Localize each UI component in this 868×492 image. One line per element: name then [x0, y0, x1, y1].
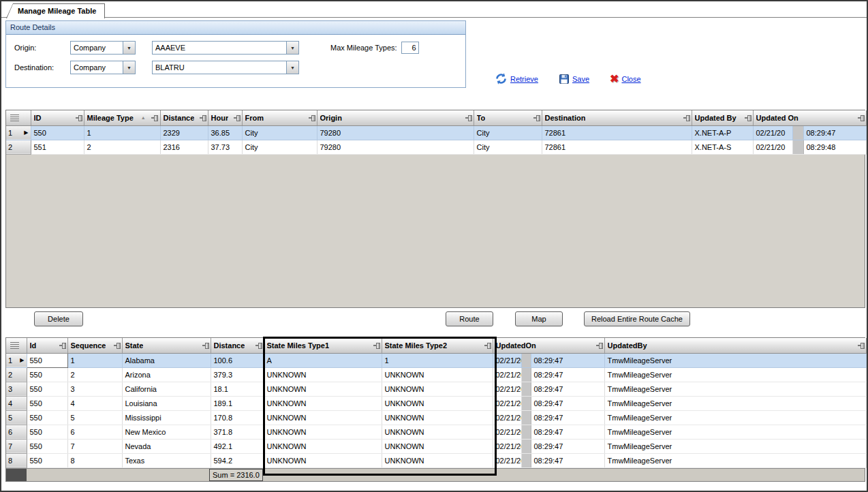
- delete-button[interactable]: Delete: [34, 311, 83, 326]
- chevron-down-icon[interactable]: ▼: [286, 61, 298, 74]
- column-header-state-miles-type1[interactable]: State Miles Type1: [264, 338, 382, 353]
- cell-updated-by[interactable]: TmwMileageServer: [604, 453, 866, 467]
- cell-id[interactable]: 550: [27, 353, 67, 367]
- cell-from[interactable]: City: [242, 125, 317, 140]
- cell-id[interactable]: 550: [27, 439, 67, 453]
- column-header-origin[interactable]: Origin: [317, 110, 474, 125]
- column-header-hour[interactable]: Hour: [208, 110, 242, 125]
- pin-icon[interactable]: [683, 114, 690, 121]
- cell-state-miles-type1[interactable]: A: [264, 353, 382, 367]
- max-mileage-input[interactable]: [401, 42, 419, 54]
- cell-sequence[interactable]: 8: [67, 453, 122, 467]
- row-selector[interactable]: 8: [6, 453, 27, 467]
- cell-sequence[interactable]: 6: [67, 425, 122, 439]
- select-all-corner[interactable]: [6, 110, 31, 125]
- pin-icon[interactable]: [200, 114, 206, 121]
- row-selector[interactable]: 3: [6, 382, 27, 396]
- pin-icon[interactable]: [745, 114, 751, 121]
- cell-updated-date[interactable]: 02/21/20: [493, 410, 521, 425]
- column-header-updated-on[interactable]: Updated On: [753, 110, 866, 125]
- cell-sequence[interactable]: 1: [67, 353, 122, 367]
- cell-state-miles-type1[interactable]: UNKNOWN: [264, 453, 382, 467]
- cell-updated-by[interactable]: X.NET-A-P: [692, 125, 753, 140]
- pin-icon[interactable]: [596, 342, 603, 349]
- cell-id[interactable]: 550: [31, 125, 84, 140]
- column-header-state-miles-type2[interactable]: State Miles Type2: [382, 338, 493, 353]
- cell-id[interactable]: 550: [27, 410, 67, 425]
- chevron-down-icon[interactable]: ▼: [123, 42, 135, 54]
- cell-sequence[interactable]: 4: [67, 396, 122, 410]
- cell-to[interactable]: City: [474, 125, 542, 140]
- pin-icon[interactable]: [202, 342, 209, 349]
- pin-icon[interactable]: [858, 342, 865, 349]
- cell-updated-time[interactable]: 08:29:47: [803, 125, 866, 140]
- select-all-corner[interactable]: [6, 338, 27, 353]
- cell-updated-time[interactable]: 08:29:47: [531, 382, 604, 396]
- chevron-down-icon[interactable]: ▼: [123, 61, 135, 74]
- cell-distance[interactable]: 594.2: [211, 453, 264, 467]
- cell-id[interactable]: 550: [27, 425, 67, 439]
- cell-state-miles-type2[interactable]: UNKNOWN: [382, 453, 493, 467]
- cell-hour[interactable]: 36.85: [208, 125, 242, 140]
- column-header-updated-by[interactable]: Updated By: [692, 110, 753, 125]
- cell-state[interactable]: Mississippi: [122, 410, 211, 425]
- origin-type-combo[interactable]: Company ▼: [70, 41, 136, 55]
- cell-id[interactable]: 551: [31, 140, 84, 154]
- cell-updated-time[interactable]: 08:29:47: [531, 396, 604, 410]
- cell-updated-time[interactable]: 08:29:47: [531, 425, 604, 439]
- cell-state[interactable]: New Mexico: [122, 425, 211, 439]
- destination-type-combo[interactable]: Company ▼: [70, 61, 136, 74]
- cell-distance[interactable]: 371.8: [211, 425, 264, 439]
- cell-sequence[interactable]: 2: [67, 367, 122, 382]
- pin-icon[interactable]: [373, 342, 380, 349]
- cell-to[interactable]: City: [474, 140, 542, 154]
- column-header-mileage-type[interactable]: Mileage Type▲: [84, 110, 160, 125]
- cell-state[interactable]: Alabama: [122, 353, 211, 367]
- save-link[interactable]: Save: [559, 74, 589, 84]
- cell-distance[interactable]: 2329: [160, 125, 208, 140]
- cell-updated-date[interactable]: 02/21/20: [753, 140, 792, 154]
- cell-updated-date[interactable]: 02/21/20: [493, 453, 521, 467]
- tab-manage-mileage-table[interactable]: Manage Mileage Table: [6, 3, 105, 18]
- cell-id[interactable]: 550: [27, 367, 67, 382]
- cell-state-miles-type1[interactable]: UNKNOWN: [264, 410, 382, 425]
- pin-icon[interactable]: [59, 342, 66, 349]
- map-button[interactable]: Map: [515, 311, 563, 326]
- cell-updated-date[interactable]: 02/21/20: [493, 367, 521, 382]
- cell-origin[interactable]: 79280: [317, 140, 474, 154]
- cell-updated-date[interactable]: 02/21/20: [493, 382, 521, 396]
- pin-icon[interactable]: [858, 114, 865, 121]
- row-selector[interactable]: 1▶: [6, 125, 31, 140]
- cell-sequence[interactable]: 5: [67, 410, 122, 425]
- cell-state-miles-type2[interactable]: UNKNOWN: [382, 367, 493, 382]
- cell-distance[interactable]: 492.1: [211, 439, 264, 453]
- column-header-updated-by[interactable]: UpdatedBy: [604, 338, 866, 353]
- cell-state-miles-type2[interactable]: UNKNOWN: [382, 425, 493, 439]
- column-header-id[interactable]: ID: [31, 110, 84, 125]
- cell-updated-by[interactable]: TmwMileageServer: [604, 367, 866, 382]
- cell-distance[interactable]: 379.3: [211, 367, 264, 382]
- cell-updated-date[interactable]: 02/21/20: [753, 125, 792, 140]
- cell-destination[interactable]: 72861: [542, 140, 692, 154]
- pin-icon[interactable]: [465, 114, 472, 121]
- column-header-distance[interactable]: Distance: [211, 338, 264, 353]
- cell-distance[interactable]: 100.6: [211, 353, 264, 367]
- cell-state-miles-type2[interactable]: UNKNOWN: [382, 410, 493, 425]
- close-link[interactable]: ✖ Close: [610, 74, 641, 84]
- cell-state[interactable]: Texas: [122, 453, 211, 467]
- row-selector[interactable]: 4: [6, 396, 27, 410]
- cell-updated-time[interactable]: 08:29:47: [531, 439, 604, 453]
- cell-updated-date[interactable]: 02/21/20: [493, 396, 521, 410]
- cell-updated-time[interactable]: 08:29:48: [803, 140, 866, 154]
- column-header-state[interactable]: State: [122, 338, 211, 353]
- cell-id[interactable]: 550: [27, 382, 67, 396]
- row-selector[interactable]: 1▶: [6, 353, 27, 367]
- column-header-updated-on[interactable]: UpdatedOn: [493, 338, 604, 353]
- cell-updated-by[interactable]: TmwMileageServer: [604, 353, 866, 367]
- row-selector[interactable]: 2: [6, 367, 27, 382]
- cell-state-miles-type1[interactable]: UNKNOWN: [264, 382, 382, 396]
- cell-state[interactable]: Arizona: [122, 367, 211, 382]
- cell-updated-date[interactable]: 02/21/20: [493, 425, 521, 439]
- cell-state[interactable]: Nevada: [122, 439, 211, 453]
- column-header-id[interactable]: Id: [27, 338, 67, 353]
